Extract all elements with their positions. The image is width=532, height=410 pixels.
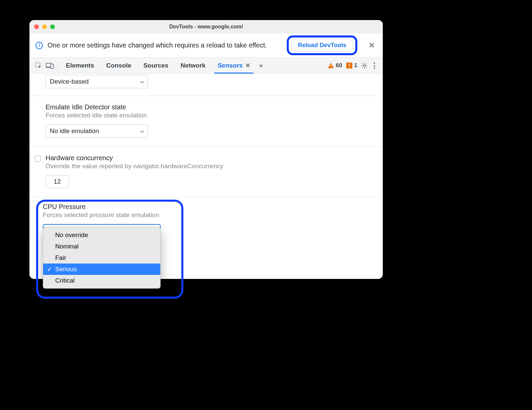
separator — [58, 62, 58, 69]
pressure-option-critical[interactable]: Critical — [43, 275, 160, 286]
pressure-option-fair[interactable]: Fair — [43, 252, 160, 264]
errors-count: 1 — [354, 62, 357, 69]
settings-gear-icon[interactable] — [359, 61, 369, 71]
pressure-desc: Forces selected pressure state emulation — [43, 211, 374, 219]
tab-sensors-label: Sensors — [217, 62, 243, 69]
hardware-concurrency-input[interactable]: 12 — [46, 175, 69, 188]
pressure-option-serious[interactable]: Serious — [43, 264, 160, 275]
svg-point-9 — [363, 65, 365, 67]
zoom-window-button[interactable] — [50, 24, 55, 29]
hardware-concurrency-checkbox[interactable] — [35, 156, 41, 162]
svg-rect-7 — [349, 64, 350, 66]
tab-sensors[interactable]: Sensors ✕ — [211, 58, 256, 73]
tab-sources[interactable]: Sources — [137, 58, 174, 73]
device-based-value: Device-based — [50, 78, 89, 85]
tab-elements[interactable]: Elements — [60, 58, 100, 73]
minimize-window-button[interactable] — [42, 24, 47, 29]
hw-title: Hardware concurrency — [46, 154, 223, 162]
pressure-option-nominal[interactable]: Nominal — [43, 241, 160, 252]
close-infobar-button[interactable]: ✕ — [367, 41, 377, 50]
pressure-option-no-override[interactable]: No override — [43, 229, 160, 241]
svg-rect-8 — [349, 67, 350, 68]
infobar-message: One or more settings have changed which … — [48, 41, 283, 49]
pressure-title: CPU Pressure — [43, 203, 374, 211]
pressure-dropdown: No override Nominal Fair Serious Critica… — [43, 227, 161, 289]
device-toolbar-icon[interactable] — [44, 60, 56, 71]
errors-badge[interactable]: 1 — [344, 62, 359, 69]
device-based-select[interactable]: Device-based — [46, 75, 148, 88]
info-icon: i — [35, 42, 43, 49]
chevron-down-icon — [140, 78, 144, 85]
idle-title: Emulate Idle Detector state — [46, 103, 374, 111]
tab-console[interactable]: Console — [100, 58, 137, 73]
idle-desc: Forces selected idle state emulation — [46, 112, 374, 119]
close-tab-icon[interactable]: ✕ — [245, 62, 250, 69]
toolbar: Elements Console Sources Network Sensors… — [29, 58, 383, 74]
traffic-lights — [34, 24, 55, 29]
idle-detector-section: Emulate Idle Detector state Forces selec… — [29, 96, 383, 147]
more-tabs-button[interactable]: » — [256, 62, 265, 69]
warnings-count: 60 — [336, 62, 342, 69]
device-based-section: Device-based — [29, 74, 383, 96]
idle-select[interactable]: No idle emulation — [46, 124, 148, 138]
svg-rect-5 — [331, 67, 331, 67]
svg-rect-3 — [51, 64, 54, 68]
hw-desc: Override the value reported by navigator… — [46, 163, 223, 170]
cpu-pressure-section: CPU Pressure Forces selected pressure st… — [29, 197, 383, 249]
hardware-concurrency-section: Hardware concurrency Override the value … — [29, 147, 383, 197]
idle-value: No idle emulation — [50, 127, 99, 135]
inspect-element-icon[interactable] — [33, 60, 44, 71]
tab-network[interactable]: Network — [174, 58, 211, 73]
warnings-badge[interactable]: 60 — [326, 62, 344, 69]
sensors-panel: Device-based Emulate Idle Detector state… — [29, 74, 383, 279]
window-titlebar: DevTools - www.google.com/ — [29, 20, 383, 33]
error-icon — [346, 63, 352, 69]
reload-devtools-button[interactable]: Reload DevTools — [291, 39, 353, 52]
close-window-button[interactable] — [34, 24, 39, 29]
svg-rect-4 — [331, 65, 331, 66]
chevron-down-icon — [140, 127, 144, 135]
window-title: DevTools - www.google.com/ — [169, 24, 243, 30]
warning-icon — [328, 63, 334, 68]
infobar: i One or more settings have changed whic… — [29, 33, 383, 58]
more-options-icon[interactable]: ⋮ — [369, 61, 379, 71]
